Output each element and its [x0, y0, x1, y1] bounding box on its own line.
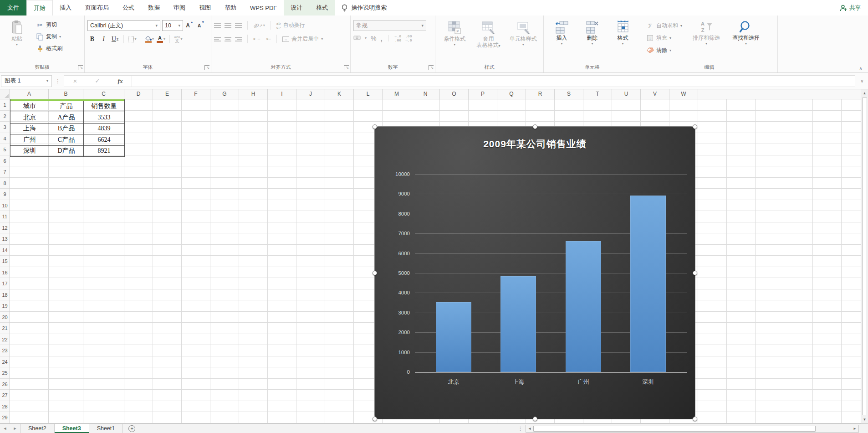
underline-button[interactable]: U▾ [110, 34, 120, 44]
tab-format[interactable]: 格式 [309, 0, 335, 15]
column-header-D[interactable]: D [124, 89, 153, 99]
row-header-25[interactable]: 25 [0, 367, 10, 379]
italic-button[interactable]: I [99, 34, 108, 44]
tab-data[interactable]: 数据 [141, 0, 167, 15]
row-header-5[interactable]: 5 [0, 144, 10, 155]
scroll-left-icon[interactable]: ◄ [526, 427, 533, 431]
tab-help[interactable]: 帮助 [218, 0, 243, 15]
cell-C2[interactable]: 销售数量 [84, 101, 125, 112]
cell-A2[interactable]: 城市 [10, 101, 49, 112]
row-header-15[interactable]: 15 [0, 256, 10, 267]
row-header-16[interactable]: 16 [0, 267, 10, 278]
collapse-ribbon-button[interactable]: ∧ [859, 66, 863, 72]
column-header-C[interactable]: C [83, 89, 124, 99]
paste-dropdown-icon[interactable]: ▾ [16, 43, 18, 46]
row-header-22[interactable]: 22 [0, 334, 10, 345]
tab-formulas[interactable]: 公式 [116, 0, 141, 15]
name-box-resize-handle[interactable]: ⋮ [52, 78, 64, 84]
scroll-right-icon[interactable]: ► [851, 427, 858, 431]
chart-handle-top-middle[interactable] [533, 124, 537, 129]
share-button[interactable]: 共享 [832, 0, 868, 15]
column-header-B[interactable]: B [49, 89, 83, 99]
scroll-down-icon[interactable]: ▼ [861, 416, 868, 423]
column-header-G[interactable]: G [210, 89, 239, 99]
paste-button[interactable]: 粘贴 ▾ [3, 18, 31, 62]
tab-view[interactable]: 视图 [192, 0, 218, 15]
row-header-10[interactable]: 10 [0, 200, 10, 211]
row-header-20[interactable]: 20 [0, 312, 10, 323]
font-dialog-launcher-icon[interactable]: ↘ [204, 65, 209, 70]
fill-color-button[interactable]: ▾ [145, 34, 154, 44]
copy-button[interactable]: 复制 ▾ [34, 31, 65, 42]
font-family-select[interactable]: Calibri (正文) ▾ [87, 20, 160, 31]
chart-handle-top-right[interactable] [693, 124, 697, 129]
increase-indent-icon[interactable]: ⇥≡ [264, 36, 271, 42]
column-header-Q[interactable]: Q [497, 89, 526, 99]
clear-button[interactable]: 清除 ▾ [644, 45, 684, 56]
number-dialog-launcher-icon[interactable]: ↘ [429, 65, 434, 70]
cell-B2[interactable]: 产品 [49, 101, 84, 112]
column-header-J[interactable]: J [296, 89, 325, 99]
font-size-select[interactable]: 10 ▾ [162, 20, 183, 31]
cell-C6[interactable]: 8921 [84, 145, 125, 157]
horizontal-scroll-thumb[interactable] [533, 426, 816, 432]
column-header-O[interactable]: O [440, 89, 469, 99]
align-left-icon[interactable] [214, 36, 221, 42]
insert-function-button[interactable]: fx [118, 77, 123, 85]
cell-C4[interactable]: 4839 [84, 123, 125, 134]
orientation-button[interactable]: ab↗▾ [253, 21, 265, 31]
formula-input[interactable] [132, 75, 855, 87]
align-right-icon[interactable] [235, 36, 242, 42]
cut-button[interactable]: ✂ 剪切 [34, 20, 65, 30]
comma-style-icon[interactable]: , [380, 35, 382, 42]
cell-A6[interactable]: 深圳 [10, 145, 49, 157]
chart-handle-bottom-right[interactable] [693, 417, 697, 421]
row-header-11[interactable]: 11 [0, 211, 10, 222]
chart-handle-top-left[interactable] [373, 124, 377, 129]
horizontal-scrollbar[interactable]: ◄ ► [526, 425, 859, 433]
bar-深圳[interactable] [630, 196, 666, 372]
increase-font-button[interactable]: A▲ [185, 21, 194, 31]
scroll-up-icon[interactable]: ▲ [861, 89, 868, 97]
insert-cells-button[interactable]: 插入 ▾ [549, 18, 575, 62]
font-color-button[interactable]: A ▾ [156, 34, 166, 44]
row-header-24[interactable]: 24 [0, 356, 10, 368]
format-as-table-button[interactable]: 套用表格格式▾ [471, 18, 505, 62]
cell-B4[interactable]: B产品 [49, 123, 84, 134]
cell-B6[interactable]: D产品 [49, 145, 84, 157]
row-header-8[interactable]: 8 [0, 178, 10, 189]
sheet-tab-sheet3[interactable]: Sheet3 [55, 424, 89, 433]
column-header-S[interactable]: S [555, 89, 583, 99]
column-header-T[interactable]: T [583, 89, 612, 99]
decrease-indent-icon[interactable]: ⇤≡ [253, 36, 260, 42]
row-header-17[interactable]: 17 [0, 278, 10, 289]
tab-design[interactable]: 设计 [284, 0, 309, 15]
cell-styles-button[interactable]: 单元格样式 ▾ [506, 18, 541, 62]
row-header-12[interactable]: 12 [0, 222, 10, 234]
row-header-2[interactable]: 2 [0, 111, 10, 122]
cell-A5[interactable]: 广州 [10, 134, 49, 146]
row-header-27[interactable]: 27 [0, 390, 10, 401]
column-header-U[interactable]: U [612, 89, 641, 99]
column-header-K[interactable]: K [325, 89, 354, 99]
bar-上海[interactable] [500, 276, 536, 372]
align-top-icon[interactable] [214, 22, 221, 29]
chart-title[interactable]: 2009年某公司销售业绩 [375, 138, 695, 150]
tab-wps-pdf[interactable]: WPS PDF [243, 0, 284, 15]
column-header-A[interactable]: A [10, 89, 49, 99]
row-header-6[interactable]: 6 [0, 155, 10, 167]
row-header-7[interactable]: 7 [0, 166, 10, 178]
tab-review[interactable]: 审阅 [167, 0, 192, 15]
alignment-dialog-launcher-icon[interactable]: ↘ [344, 65, 349, 70]
column-header-H[interactable]: H [239, 89, 268, 99]
fill-button[interactable]: ↓ 填充 ▾ [644, 33, 684, 43]
bar-广州[interactable] [566, 241, 601, 372]
row-header-29[interactable]: 29 [0, 412, 10, 423]
column-header-M[interactable]: M [383, 89, 411, 99]
percent-style-icon[interactable]: % [371, 35, 376, 42]
find-select-button[interactable]: 查找和选择 ▾ [728, 18, 764, 62]
row-header-13[interactable]: 13 [0, 233, 10, 245]
row-header-21[interactable]: 21 [0, 323, 10, 334]
bold-button[interactable]: B [87, 34, 97, 44]
select-all-corner[interactable] [0, 89, 10, 99]
